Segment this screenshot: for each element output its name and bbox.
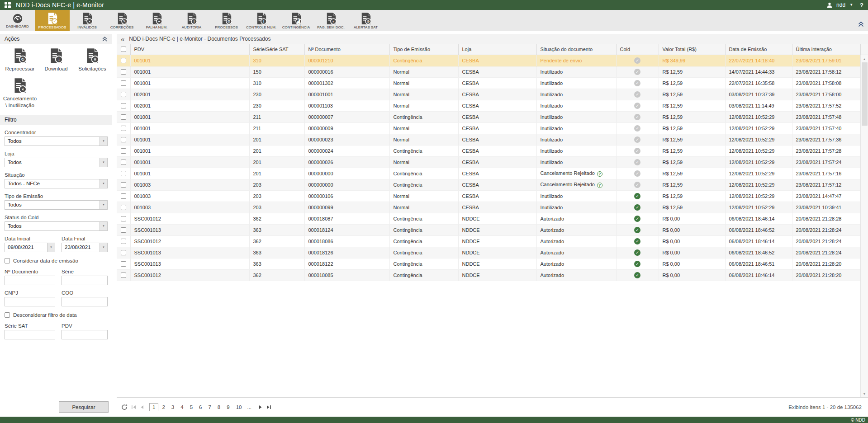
- column-header[interactable]: Última interação: [792, 44, 860, 55]
- ribbon-tab-processos[interactable]: ⚙ PROCESSOS: [209, 10, 244, 31]
- coo-input[interactable]: [62, 297, 108, 306]
- pdv-filter-input[interactable]: [62, 330, 108, 339]
- num-documento-input[interactable]: [5, 276, 55, 285]
- page-number-2[interactable]: 2: [159, 404, 167, 411]
- data-inicial-picker[interactable]: 09/08/2021 ▼: [5, 243, 55, 252]
- first-page-button[interactable]: [131, 405, 136, 409]
- row-checkbox[interactable]: [121, 126, 126, 131]
- action-cancelamento[interactable]: × Cancelamento \ Inutilização: [2, 78, 38, 109]
- column-header[interactable]: Série/Série SAT: [249, 44, 304, 55]
- row-checkbox[interactable]: [121, 261, 126, 267]
- scroll-down-icon[interactable]: ▼: [861, 390, 868, 397]
- dropdown-arrow-icon[interactable]: ▼: [47, 243, 55, 252]
- table-row[interactable]: 001001211000000009NormalCESBAInutilizado…: [117, 122, 860, 134]
- table-row[interactable]: 002001230000001001NormalCESBAInutilizado…: [117, 89, 860, 100]
- app-grid-icon[interactable]: [5, 2, 11, 8]
- dropdown-arrow-icon[interactable]: ▼: [100, 201, 107, 209]
- table-row[interactable]: 001001201000000024ContingênciaCESBAInuti…: [117, 145, 860, 156]
- table-row[interactable]: SSC001013363000018122ContingênciaNDDCEAu…: [117, 258, 860, 269]
- table-row[interactable]: SSC001013363000018126ContingênciaNDDCEAu…: [117, 247, 860, 258]
- dropdown-arrow-icon[interactable]: ▼: [100, 158, 107, 167]
- row-checkbox[interactable]: [121, 160, 126, 165]
- page-number-9[interactable]: 9: [224, 404, 232, 411]
- select-all-checkbox[interactable]: [121, 47, 126, 52]
- panel-collapse-icon[interactable]: «: [121, 36, 124, 42]
- serie-input[interactable]: [62, 276, 108, 285]
- refresh-button[interactable]: [121, 404, 128, 410]
- loja-select[interactable]: Todos ▼: [5, 158, 108, 167]
- row-checkbox[interactable]: [121, 205, 126, 210]
- column-header[interactable]: Cold: [616, 44, 659, 55]
- page-number-3[interactable]: 3: [169, 404, 177, 411]
- action-download[interactable]: ↓ Download: [38, 48, 74, 72]
- serie-sat-input[interactable]: [5, 330, 55, 339]
- row-checkbox[interactable]: [121, 250, 126, 255]
- scroll-up-icon[interactable]: ▲: [861, 55, 868, 62]
- ribbon-tab-alertas-sat[interactable]: ⊘ ALERTAS SAT: [348, 10, 383, 31]
- user-menu[interactable]: ndd: [836, 2, 845, 8]
- ribbon-tab-corre-es[interactable]: ✎ CORREÇÕES: [104, 10, 139, 31]
- desconsiderar-checkbox[interactable]: [5, 312, 10, 318]
- dropdown-arrow-icon[interactable]: ▼: [100, 137, 107, 146]
- ribbon-tab-conting-ncia[interactable]: ▟ CONTINGÊNCIA: [279, 10, 313, 31]
- page-number-7[interactable]: 7: [205, 404, 213, 411]
- row-checkbox[interactable]: [121, 216, 126, 221]
- last-page-button[interactable]: [266, 405, 271, 409]
- ribbon-tab-pag-sem-doc-[interactable]: ◐ PAG. SEM DOC.: [313, 10, 348, 31]
- ribbon-tab-auditoria[interactable]: i AUDITORIA: [174, 10, 209, 31]
- page-number-8[interactable]: 8: [215, 404, 223, 411]
- page-ellipsis[interactable]: ...: [245, 404, 253, 410]
- table-row[interactable]: 001001211000000007ContingênciaCESBAInuti…: [117, 111, 860, 122]
- status-cold-select[interactable]: Todos ▼: [5, 221, 108, 231]
- row-checkbox[interactable]: [121, 171, 126, 176]
- table-row[interactable]: 001003203000000000ContingênciaCESBACance…: [117, 179, 860, 190]
- concentrador-select[interactable]: Todos ▼: [5, 136, 108, 146]
- column-header[interactable]: Nº Documento: [304, 44, 389, 55]
- table-row[interactable]: 001001150000000016NormalCESBAInutilizado…: [117, 66, 860, 77]
- ribbon-tab-dashboard[interactable]: DASHBOARD: [0, 10, 35, 31]
- dropdown-arrow-icon[interactable]: ▼: [100, 243, 107, 252]
- ribbon-tab-processados[interactable]: ✓ PROCESSADOS: [35, 10, 70, 31]
- table-row[interactable]: 001003203000000106NormalCESBAInutilizado…: [117, 190, 860, 202]
- next-page-button[interactable]: [259, 405, 263, 409]
- row-checkbox[interactable]: [121, 227, 126, 233]
- table-row[interactable]: SSC001012362000018085ContingênciaNDDCEAu…: [117, 269, 860, 281]
- row-checkbox[interactable]: [121, 58, 126, 63]
- column-header[interactable]: Data de Emissão: [725, 44, 792, 55]
- dropdown-arrow-icon[interactable]: ▼: [100, 179, 107, 188]
- table-row[interactable]: 001001201000000000ContingênciaCESBACance…: [117, 168, 860, 179]
- row-checkbox[interactable]: [121, 137, 126, 142]
- action-solicitacoes[interactable]: ≡ Solicitações: [74, 48, 110, 72]
- table-row[interactable]: 001001310000001302NormalCESBAInutilizado…: [117, 77, 860, 89]
- table-row[interactable]: 001001310000001210ContingênciaCESBAPende…: [117, 55, 860, 66]
- action-reprocessar[interactable]: ↻ Reprocessar: [2, 48, 38, 72]
- ribbon-tab-controle-num-[interactable]: ! CONTROLE NUM.: [244, 10, 279, 31]
- page-number-10[interactable]: 10: [233, 404, 245, 411]
- column-header[interactable]: Tipo de Emissão: [389, 44, 458, 55]
- cnpj-input[interactable]: [5, 297, 55, 306]
- table-row[interactable]: SSC001012362000018087ContingênciaNDDCEAu…: [117, 213, 860, 224]
- previous-page-button[interactable]: [140, 405, 144, 409]
- page-number-4[interactable]: 4: [178, 404, 186, 411]
- column-header[interactable]: Valor Total (R$): [659, 44, 725, 55]
- row-checkbox[interactable]: [121, 103, 126, 108]
- row-checkbox[interactable]: [121, 148, 126, 154]
- column-header[interactable]: Loja: [458, 44, 536, 55]
- actions-collapse-icon[interactable]: [102, 37, 108, 42]
- pesquisar-button[interactable]: Pesquisar: [59, 401, 109, 413]
- table-row[interactable]: SSC001012362000018086ContingênciaNDDCEAu…: [117, 235, 860, 247]
- table-row[interactable]: 001003203000000099NormalCESBAInutilizado…: [117, 202, 860, 213]
- ribbon-tab-falha-num-[interactable]: − FALHA NUM.: [139, 10, 174, 31]
- row-checkbox[interactable]: [121, 182, 126, 188]
- vertical-scrollbar[interactable]: ▲ ▼: [860, 55, 868, 397]
- situacao-info-icon[interactable]: ?: [597, 171, 602, 177]
- table-row[interactable]: 001001201000000023NormalCESBAInutilizado…: [117, 134, 860, 145]
- situacao-select[interactable]: Todos - NFCe ▼: [5, 179, 108, 188]
- ribbon-collapse-icon[interactable]: [858, 21, 864, 29]
- situacao-info-icon[interactable]: ?: [597, 183, 602, 188]
- page-number-1[interactable]: 1: [149, 403, 158, 411]
- considerar-checkbox[interactable]: [5, 258, 10, 263]
- row-checkbox[interactable]: [121, 69, 126, 75]
- data-final-picker[interactable]: 23/08/2021 ▼: [62, 243, 108, 252]
- help-button[interactable]: ?: [860, 2, 863, 9]
